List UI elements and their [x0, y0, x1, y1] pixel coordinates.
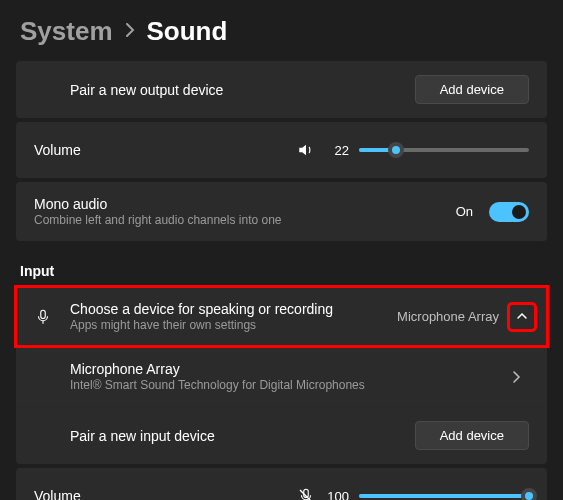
output-volume-panel: Volume 22 [16, 122, 547, 178]
add-input-device-button[interactable]: Add device [415, 421, 529, 450]
choose-input-title: Choose a device for speaking or recordin… [70, 301, 397, 317]
microphone-muted-icon[interactable] [297, 487, 315, 500]
pair-output-panel: Pair a new output device Add device [16, 61, 547, 118]
input-device-subtitle: Intel® Smart Sound Technology for Digita… [70, 378, 503, 392]
collapse-input-button[interactable] [509, 304, 535, 330]
add-output-device-button[interactable]: Add device [415, 75, 529, 104]
input-device-title: Microphone Array [70, 361, 503, 377]
mono-audio-state: On [456, 204, 473, 219]
mono-audio-toggle[interactable] [489, 202, 529, 222]
pair-input-row: Pair a new input device Add device [16, 406, 547, 464]
input-device-row[interactable]: Microphone Array Intel® Smart Sound Tech… [16, 346, 547, 406]
breadcrumb-current: Sound [147, 16, 228, 47]
pair-output-title: Pair a new output device [70, 82, 415, 98]
output-volume-value: 22 [325, 143, 349, 158]
breadcrumb: System Sound [0, 0, 563, 61]
choose-input-subtitle: Apps might have their own settings [70, 318, 397, 332]
input-panel: Choose a device for speaking or recordin… [16, 287, 547, 464]
breadcrumb-parent[interactable]: System [20, 16, 113, 47]
mono-audio-subtitle: Combine left and right audio channels in… [34, 213, 456, 227]
input-volume-label: Volume [34, 488, 297, 500]
output-volume-slider[interactable] [359, 148, 529, 152]
chevron-right-icon [125, 23, 135, 40]
input-volume-slider[interactable] [359, 494, 529, 498]
input-volume-value: 100 [325, 489, 349, 501]
output-volume-label: Volume [34, 142, 297, 158]
pair-input-title: Pair a new input device [70, 428, 415, 444]
choose-input-value: Microphone Array [397, 309, 499, 324]
mono-audio-title: Mono audio [34, 196, 456, 212]
svg-rect-0 [41, 310, 46, 318]
input-section-label: Input [20, 263, 543, 279]
chevron-right-icon [503, 371, 529, 383]
speaker-icon[interactable] [297, 141, 315, 159]
microphone-icon [34, 308, 52, 326]
choose-input-device-row[interactable]: Choose a device for speaking or recordin… [16, 287, 547, 346]
input-volume-panel: Volume 100 [16, 468, 547, 500]
mono-audio-panel: Mono audio Combine left and right audio … [16, 182, 547, 241]
chevron-up-icon [516, 309, 528, 325]
